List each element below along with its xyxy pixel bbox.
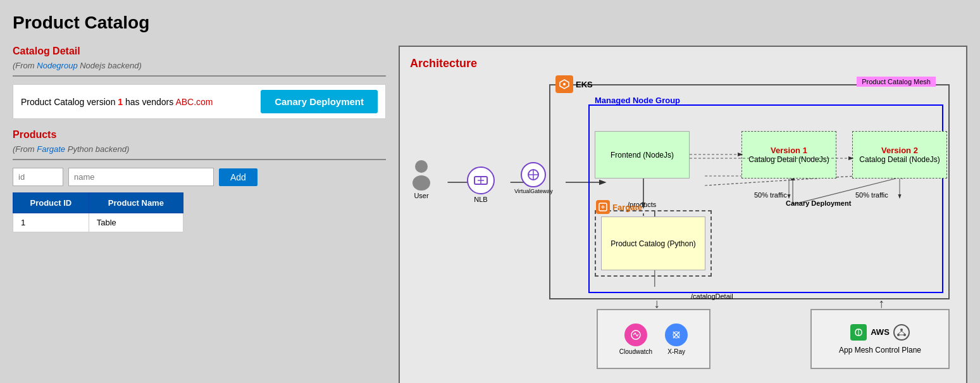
user-icon: User <box>410 159 433 199</box>
svg-point-38 <box>903 334 906 336</box>
divider-2 <box>13 159 386 160</box>
add-product-row: Add <box>13 168 386 186</box>
appmesh-icon <box>893 324 910 341</box>
fargate-link[interactable]: Fargate <box>37 144 65 154</box>
monitoring-box: Cloudwatch X-Ray <box>597 309 710 369</box>
vg-icon-svg <box>524 166 542 184</box>
mng-box: Managed Node Group Frontend (NodeJs) Ver… <box>588 104 943 293</box>
version2-label: Version 2 <box>881 146 918 155</box>
virtual-gateway-icon <box>521 162 546 187</box>
nlb-label: NLB <box>467 196 495 203</box>
version1-label: Version 1 <box>771 146 807 155</box>
architecture-diagram: User NLB <box>410 78 956 382</box>
product-id-cell: 1 <box>13 213 89 232</box>
traffic2-label: 50% traffic <box>855 191 888 199</box>
table-row: 1Table <box>13 213 183 232</box>
aws-icon-svg <box>853 327 864 338</box>
catalog-detail-box: Product Catalog version 1 has vendors AB… <box>13 84 386 119</box>
svg-line-39 <box>898 331 902 334</box>
user-figure-icon <box>410 159 433 191</box>
cloudwatch-label: Cloudwatch <box>619 348 652 355</box>
user-label: User <box>410 192 433 199</box>
python-box: Product Catalog (Python) <box>601 217 705 270</box>
version1-sub: Catalog Detail (NodeJs) <box>748 155 829 164</box>
svg-point-12 <box>412 175 430 191</box>
mesh-label: Product Catalog Mesh <box>857 77 936 87</box>
python-label: Product Catalog (Python) <box>611 239 696 248</box>
catalog-detail-text: Product Catalog version 1 has vendors AB… <box>21 97 213 107</box>
fargate-icon-inner <box>599 203 607 211</box>
aws-box: AWS App Mesh Control Plane <box>810 309 950 369</box>
products-section: Products (From Fargate Python backend) A… <box>13 129 386 232</box>
svg-point-36 <box>900 329 903 331</box>
catalog-detail-subtitle: (From Nodegroup Nodejs backend) <box>13 61 386 70</box>
eks-label: EKS <box>576 80 593 89</box>
xray-icon <box>665 323 688 346</box>
product-id-input[interactable] <box>13 168 63 186</box>
nlb-box: NLB <box>467 166 495 203</box>
app-mesh-label: App Mesh Control Plane <box>839 346 921 355</box>
virtual-gateway-box: VirtualGateway <box>514 162 553 194</box>
svg-point-20 <box>563 83 566 85</box>
canary-deploy-label: Canary Deployment <box>786 199 851 207</box>
version2-box: Version 2 Catalog Detail (NodeJs) <box>852 131 947 179</box>
page-title: Product Catalog <box>13 13 967 33</box>
products-subtitle: (From Fargate Python backend) <box>13 144 386 154</box>
svg-point-37 <box>897 334 900 336</box>
divider-1 <box>13 75 386 77</box>
nlb-icon-svg <box>472 172 490 189</box>
version1-box: Version 1 Catalog Detail (NodeJs) <box>741 131 836 179</box>
product-name-input[interactable] <box>68 168 214 186</box>
xray-item: X-Ray <box>665 323 688 355</box>
products-title: Products <box>13 129 386 141</box>
frontend-label: Frontend (NodeJs) <box>611 151 674 160</box>
col-product-id: Product ID <box>13 193 89 213</box>
xray-icon-svg <box>669 328 683 342</box>
left-panel: Catalog Detail (From Nodegroup Nodejs ba… <box>13 46 386 383</box>
add-product-button[interactable]: Add <box>219 168 257 186</box>
traffic1-label: 50% traffic <box>754 191 787 199</box>
fargate-icon-label: Fargate <box>596 200 642 214</box>
catalog-detail-title: Catalog Detail <box>13 46 386 57</box>
cloudwatch-icon <box>624 323 647 346</box>
appmesh-icon-svg <box>896 327 907 337</box>
aws-label: AWS <box>871 327 890 337</box>
nodegroup-link[interactable]: Nodegroup <box>37 61 77 70</box>
eks-box: EKS Product Catalog Mesh Managed Node Gr… <box>549 84 950 299</box>
svg-line-40 <box>902 331 905 334</box>
frontend-box: Frontend (NodeJs) <box>595 131 690 179</box>
monitoring-icons: Cloudwatch X-Ray <box>619 323 688 355</box>
product-table: Product ID Product Name 1Table <box>13 192 183 232</box>
svg-point-11 <box>415 160 428 173</box>
aws-header: AWS <box>850 324 910 341</box>
catalog-detail-section: Catalog Detail (From Nodegroup Nodejs ba… <box>13 46 386 119</box>
version2-sub: Catalog Detail (NodeJs) <box>859 155 940 164</box>
canary-deployment-button[interactable]: Canary Deployment <box>261 90 378 113</box>
mng-label: Managed Node Group <box>595 96 680 105</box>
product-name-cell: Table <box>89 213 183 232</box>
xray-label: X-Ray <box>665 348 688 355</box>
cloudwatch-item: Cloudwatch <box>619 323 652 355</box>
eks-icon: EKS <box>555 75 593 93</box>
nlb-icon <box>467 166 495 194</box>
fargate-icon-square <box>596 200 610 214</box>
cloudwatch-icon-svg <box>629 328 643 342</box>
aws-icon <box>850 324 867 341</box>
virtual-gateway-label: VirtualGateway <box>514 188 553 194</box>
eks-icon-inner <box>559 78 570 90</box>
svg-point-31 <box>631 330 640 339</box>
eks-icon-square <box>555 75 573 93</box>
col-product-name: Product Name <box>89 193 183 213</box>
catalog-path-label: /catalogDetail <box>691 292 733 300</box>
fargate-dashed-box: Fargate Product Catalog (Python) <box>595 210 712 277</box>
architecture-panel: Architecture <box>399 46 967 383</box>
fargate-label: Fargate <box>612 203 642 212</box>
architecture-title: Architecture <box>410 57 956 70</box>
